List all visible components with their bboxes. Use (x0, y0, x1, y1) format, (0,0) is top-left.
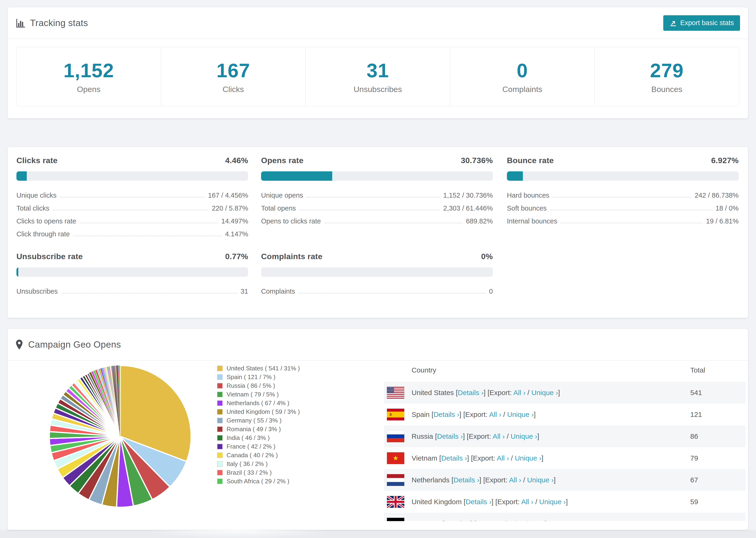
rate-row-label: Soft bounces (507, 204, 547, 212)
export-all-link[interactable]: All › (493, 432, 505, 440)
pie-slice-other[interactable] (120, 365, 121, 436)
legend-swatch (217, 470, 223, 476)
rate-card-header: Bounce rate6.927% (507, 156, 739, 165)
legend-swatch (217, 418, 223, 423)
details-link[interactable]: Details › (445, 520, 470, 521)
rate-row-label: Clicks to opens rate (17, 217, 76, 225)
details-link[interactable]: Details › (437, 432, 463, 440)
rate-title: Bounce rate (507, 156, 554, 165)
export-all-link[interactable]: All › (500, 520, 512, 521)
details-link[interactable]: Details › (458, 389, 484, 397)
export-all-link[interactable]: All › (489, 410, 501, 418)
flag-ru-icon (387, 430, 404, 442)
details-link[interactable]: Details › (465, 498, 491, 506)
table-row: Spain [Details ›] [Export: All › / Uniqu… (384, 404, 746, 425)
export-unique-link[interactable]: Unique › (527, 476, 554, 484)
export-unique-link[interactable]: Unique › (531, 389, 558, 397)
rate-rows: Unsubscribes31 (17, 288, 248, 295)
legend-label: Netherlands ( 67 / 4% ) (227, 400, 289, 407)
campaign-geo-opens-panel: Campaign Geo Opens United States ( 541 /… (7, 329, 748, 530)
summary-value: 279 (650, 59, 684, 82)
rate-row-label: Opens to clicks rate (261, 217, 321, 225)
geo-opens-table: Country Total United States [Details ›] … (384, 360, 746, 521)
rate-row-value: 167 / 4.456% (208, 191, 248, 199)
export-unique-link[interactable]: Unique › (539, 498, 566, 506)
export-all-link[interactable]: All › (513, 389, 526, 397)
details-link[interactable]: Details › (453, 476, 479, 484)
tracking-stats-header: Tracking stats Export basic stats (8, 7, 748, 39)
rate-progress-fill (17, 171, 27, 181)
total-cell: 541 (690, 389, 702, 397)
legend-item: Canada ( 40 / 2% ) (217, 451, 300, 459)
rate-value: 4.46% (225, 156, 248, 165)
rate-value: 0% (481, 252, 493, 261)
column-header-total: Total (690, 366, 705, 374)
export-basic-stats-button[interactable]: Export basic stats (663, 15, 740, 31)
legend-swatch (217, 444, 223, 450)
bracket: ] (545, 520, 547, 521)
rate-title: Opens rate (261, 156, 303, 165)
country-name: Vietnam (411, 454, 439, 462)
rate-progress-bar (17, 267, 248, 277)
country-name: Germany (411, 520, 443, 521)
legend-swatch (217, 478, 223, 484)
slash: / (512, 520, 518, 521)
legend-item: Romania ( 49 / 3% ) (217, 425, 300, 434)
export-unique-link[interactable]: Unique › (515, 454, 541, 462)
flag-de-icon (387, 518, 404, 521)
bracket: [ (456, 389, 458, 397)
rate-row-value: 4.147% (225, 230, 248, 238)
slash: / (501, 410, 507, 418)
country-cell: Russia [Details ›] [Export: All › / Uniq… (411, 432, 539, 440)
rate-value: 30.736% (461, 156, 493, 165)
table-row: Russia [Details ›] [Export: All › / Uniq… (384, 425, 746, 447)
legend-item: Italy ( 36 / 2% ) (217, 459, 300, 468)
rate-progress-fill (17, 267, 18, 277)
column-header-country: Country (411, 366, 436, 374)
country-name: Spain (411, 410, 432, 418)
legend-swatch (217, 400, 223, 406)
export-all-link[interactable]: All › (509, 476, 521, 484)
rate-row-label: Complaints (261, 288, 295, 295)
country-cell: Netherlands [Details ›] [Export: All › /… (411, 476, 556, 484)
summary-value: 1,152 (63, 59, 114, 82)
flag-vn-icon (387, 452, 404, 464)
export-icon (669, 19, 677, 27)
summary-stat-opens: 1,152Opens (17, 47, 161, 106)
total-cell: 55 (690, 520, 698, 521)
legend-swatch (217, 435, 223, 441)
slash: / (533, 498, 539, 506)
export-unique-link[interactable]: Unique › (507, 410, 534, 418)
summary-stat-clicks: 167Clicks (161, 47, 306, 106)
export-all-link[interactable]: All › (497, 454, 509, 462)
rate-row: Clicks to opens rate14.497% (17, 217, 248, 225)
export-unique-link[interactable]: Unique › (511, 432, 537, 440)
dotted-leader (61, 293, 237, 294)
dotted-leader (553, 197, 691, 197)
export-all-link[interactable]: All › (521, 498, 533, 506)
legend-label: India ( 46 / 3% ) (227, 434, 270, 442)
details-link[interactable]: Details › (441, 454, 467, 462)
flag-us-icon (387, 387, 404, 399)
rate-progress-fill (507, 171, 523, 181)
export-unique-link[interactable]: Unique › (518, 520, 545, 521)
bracket: [ (464, 498, 465, 506)
table-row: United Kingdom [Details ›] [Export: All … (384, 491, 746, 512)
dotted-leader (299, 210, 440, 210)
rate-row: Total opens2,303 / 61.446% (261, 204, 493, 212)
rate-row-value: 2,303 / 61.446% (443, 204, 493, 212)
rate-title: Clicks rate (17, 156, 58, 165)
details-link[interactable]: Details › (433, 410, 459, 418)
summary-value: 31 (366, 59, 389, 82)
flag-es-icon (387, 409, 404, 420)
country-cell: Vietnam [Details ›] [Export: All › / Uni… (411, 454, 543, 462)
bracket: ] (470, 520, 474, 521)
rate-rows: Complaints0 (261, 288, 493, 295)
summary-stat-unsubscribes: 31Unsubscribes (306, 47, 450, 106)
export-label: [Export: (483, 476, 509, 484)
country-cell: United States [Details ›] [Export: All ›… (411, 389, 560, 397)
legend-label: Romania ( 49 / 3% ) (227, 426, 281, 433)
geo-title: Campaign Geo Opens (28, 340, 121, 350)
summary-label: Opens (77, 85, 100, 94)
export-label: [Export: (471, 454, 497, 462)
